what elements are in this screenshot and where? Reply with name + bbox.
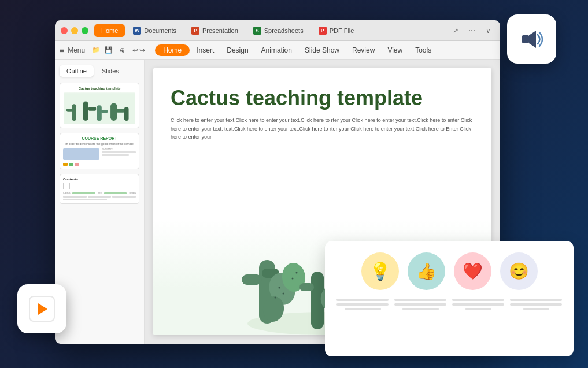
word-icon: W: [133, 27, 141, 35]
feature-line: [394, 299, 446, 301]
save-icon[interactable]: 💾: [103, 45, 114, 55]
heart-icon: ❤️: [463, 262, 483, 281]
sidebar-tabs: Outline Slides: [60, 65, 139, 77]
svg-rect-9: [124, 107, 129, 121]
svg-rect-18: [299, 283, 314, 291]
volume-icon: [517, 25, 546, 54]
slide-thumb-2[interactable]: COURSE REPORT In order to demonstrate th…: [60, 133, 139, 169]
feature-line: [402, 308, 439, 310]
smile-circle: 😊: [500, 252, 538, 290]
feature-lines: [336, 299, 562, 310]
slide-title: Cactus teaching template: [153, 68, 491, 116]
undo-redo-group: ↩ ↪: [132, 46, 145, 54]
feature-line: [336, 303, 389, 306]
svg-point-26: [274, 297, 276, 299]
maximize-button[interactable]: [82, 27, 88, 34]
spreadsheet-icon: S: [253, 27, 261, 35]
tab-pdf[interactable]: P PDF File: [312, 24, 361, 37]
feature-line: [345, 308, 381, 310]
menu-slideshow[interactable]: Slide Show: [299, 44, 345, 56]
slide-thumb-3[interactable]: Contents Cactus info details: [60, 174, 139, 204]
feature-col-4: [510, 299, 562, 310]
share-button[interactable]: ↗: [449, 24, 462, 37]
feature-col-2: [394, 299, 446, 310]
tab-home-label: Home: [101, 27, 118, 34]
menu-design[interactable]: Design: [221, 44, 254, 56]
tab-documents-label: Documents: [144, 27, 176, 34]
play-button[interactable]: [29, 296, 55, 322]
sound-card[interactable]: [507, 14, 556, 64]
divider: [151, 46, 151, 55]
menu-insert[interactable]: Insert: [191, 44, 220, 56]
heart-circle: ❤️: [454, 252, 491, 290]
tab-documents[interactable]: W Documents: [126, 24, 183, 37]
redo-button[interactable]: ↪: [139, 46, 145, 54]
close-button[interactable]: [61, 27, 68, 34]
svg-rect-12: [242, 274, 262, 285]
feature-line: [336, 299, 389, 301]
hamburger-icon[interactable]: ≡: [60, 46, 64, 55]
window-controls: ↗ ⋯ ∨: [449, 24, 494, 37]
menu-tools[interactable]: Tools: [409, 44, 437, 56]
menu-bar: ≡ Menu 📁 💾 🖨 ↩ ↪ Home Insert Design Anim…: [55, 41, 500, 60]
svg-point-28: [295, 272, 297, 274]
menu-animation[interactable]: Animation: [256, 44, 298, 56]
svg-rect-7: [110, 103, 117, 121]
smile-icon: 😊: [509, 262, 529, 281]
tab-presentation[interactable]: P Presentation: [184, 24, 245, 37]
feature-col-3: [452, 299, 504, 310]
thumb2-title: COURSE REPORT: [63, 136, 136, 141]
toolbar-file-icons: 📁 💾 🖨: [91, 45, 127, 55]
thumb1-image: [64, 92, 135, 124]
svg-rect-6: [101, 110, 108, 113]
svg-rect-3: [83, 102, 88, 121]
svg-point-25: [282, 293, 284, 295]
feature-cards-overlay: 💡 👍 ❤️ 😊: [325, 241, 574, 356]
svg-rect-8: [116, 109, 125, 113]
folder-icon[interactable]: 📁: [91, 45, 101, 55]
menu-view[interactable]: View: [382, 44, 408, 56]
traffic-lights: [61, 27, 88, 34]
svg-rect-2: [66, 109, 73, 112]
feature-line: [465, 308, 491, 310]
menu-review[interactable]: Review: [346, 44, 380, 56]
svg-rect-5: [97, 105, 102, 121]
menu-label[interactable]: Menu: [68, 46, 85, 54]
play-triangle-icon: [38, 303, 47, 315]
thumbsup-icon: 👍: [416, 262, 437, 281]
undo-button[interactable]: ↩: [132, 46, 138, 54]
slide-thumb-1[interactable]: Cactus teaching template: [60, 83, 139, 128]
tab-spreadsheets-label: Spreadsheets: [264, 27, 304, 34]
more-button[interactable]: ⋯: [465, 24, 478, 37]
svg-point-27: [291, 278, 293, 280]
svg-rect-32: [522, 35, 529, 43]
tab-outline[interactable]: Outline: [60, 65, 94, 77]
tab-pdf-label: PDF File: [330, 27, 354, 34]
minimize-button[interactable]: [71, 27, 78, 34]
feature-line: [510, 299, 562, 301]
feature-line: [452, 299, 504, 301]
menu-home[interactable]: Home: [155, 44, 190, 56]
thumb2-image: [63, 148, 99, 160]
thumb2-subtitle: In order to demonstrate the good effect …: [63, 142, 136, 146]
pdf-icon: P: [319, 27, 327, 35]
lightbulb-icon: 💡: [369, 261, 391, 281]
feature-line: [510, 303, 562, 306]
thumbsup-circle: 👍: [408, 252, 445, 290]
print-icon[interactable]: 🖨: [116, 45, 127, 55]
svg-point-24: [278, 287, 280, 289]
tab-slides[interactable]: Slides: [95, 65, 126, 77]
svg-rect-1: [72, 104, 76, 121]
collapse-button[interactable]: ∨: [482, 24, 494, 37]
tab-spreadsheets[interactable]: S Spreadsheets: [246, 24, 310, 37]
feature-line: [452, 303, 504, 306]
video-card[interactable]: [17, 284, 66, 333]
thumb3-title: Contents: [63, 177, 136, 181]
feature-icons-row: 💡 👍 ❤️ 😊: [336, 252, 562, 290]
lightbulb-circle: 💡: [361, 252, 399, 290]
slide-body-text: Click here to enter your text.Click here…: [153, 116, 491, 141]
thumb1-title: Cactus teaching template: [64, 87, 135, 90]
feature-line: [394, 303, 446, 306]
tab-home[interactable]: Home: [94, 24, 125, 37]
thumb3-icon: [63, 183, 70, 189]
